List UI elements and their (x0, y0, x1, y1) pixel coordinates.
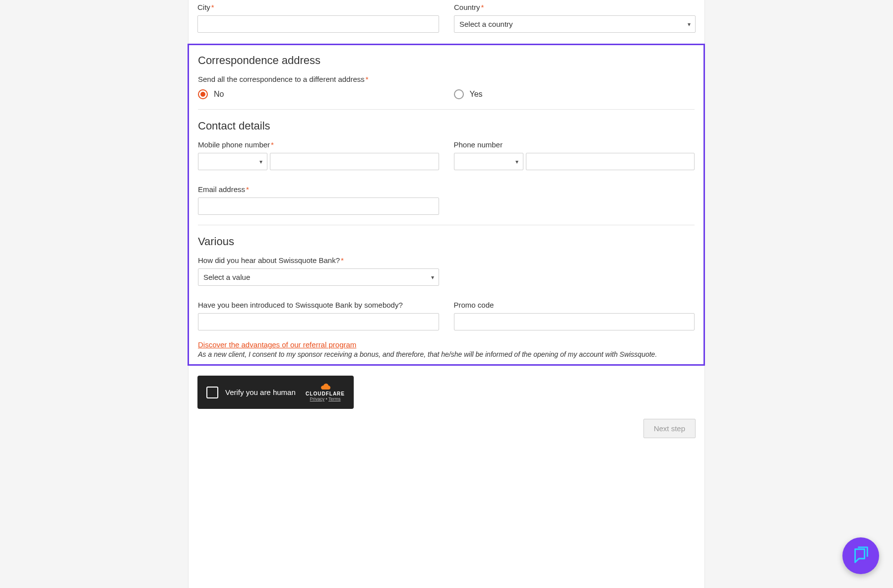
city-input[interactable] (197, 15, 439, 33)
help-fab[interactable] (842, 537, 879, 574)
cloudflare-cloud-icon (319, 383, 331, 390)
form-container: City Country Select a country Correspond… (188, 0, 705, 588)
introduced-input[interactable] (198, 313, 439, 330)
captcha-privacy-link[interactable]: Privacy (310, 396, 325, 401)
hear-about-field: How did you hear about Swissquote Bank? … (198, 256, 439, 286)
city-field: City (197, 3, 439, 33)
phone-row: Mobile phone number Phone number (198, 140, 695, 170)
footer-row: Next step (197, 419, 696, 438)
hear-about-row: How did you hear about Swissquote Bank? … (198, 256, 695, 286)
hear-about-spacer (454, 256, 695, 286)
email-spacer (454, 185, 695, 215)
captcha-brand-block: CLOUDFLARE Privacy • Terms (306, 383, 345, 401)
referral-link[interactable]: Discover the advantages of our referral … (198, 340, 356, 349)
hear-about-select[interactable]: Select a value (198, 268, 439, 286)
consent-text: As a new client, I consent to my sponsor… (198, 350, 695, 358)
correspondence-title: Correspondence address (198, 54, 695, 67)
phone-label: Phone number (454, 140, 695, 149)
phone-field: Phone number (454, 140, 695, 170)
email-input[interactable] (198, 197, 439, 215)
correspondence-radio-group: No Yes (198, 89, 695, 99)
radio-no-label: No (214, 90, 224, 99)
email-label: Email address (198, 185, 439, 194)
mobile-field: Mobile phone number (198, 140, 439, 170)
phone-prefix-select[interactable] (454, 153, 523, 170)
city-country-row: City Country Select a country (197, 0, 696, 33)
highlighted-form-sections: Correspondence address Send all the corr… (188, 44, 705, 366)
promo-label: Promo code (454, 301, 695, 309)
contact-title: Contact details (198, 120, 695, 132)
introduced-promo-row: Have you been introduced to Swissquote B… (198, 301, 695, 330)
country-field: Country Select a country (454, 3, 696, 33)
introduced-field: Have you been introduced to Swissquote B… (198, 301, 439, 330)
divider (198, 225, 695, 225)
radio-no-icon (198, 89, 208, 99)
help-chat-icon (851, 546, 870, 565)
hear-about-label: How did you hear about Swissquote Bank? (198, 256, 439, 264)
cloudflare-brand-text: CLOUDFLARE (306, 391, 345, 396)
phone-number-input[interactable] (526, 153, 695, 170)
email-row: Email address (198, 185, 695, 215)
radio-yes-icon (454, 89, 464, 99)
mobile-label: Mobile phone number (198, 140, 439, 149)
city-label: City (197, 3, 439, 11)
captcha-text: Verify you are human (225, 388, 296, 396)
radio-option-yes[interactable]: Yes (454, 89, 695, 99)
captcha-terms-link[interactable]: Terms (328, 396, 341, 401)
mobile-number-input[interactable] (270, 153, 439, 170)
radio-option-no[interactable]: No (198, 89, 439, 99)
mobile-prefix-select[interactable] (198, 153, 267, 170)
country-label: Country (454, 3, 696, 11)
introduced-label: Have you been introduced to Swissquote B… (198, 301, 439, 309)
email-field: Email address (198, 185, 439, 215)
various-title: Various (198, 235, 695, 248)
correspondence-question: Send all the correspondence to a differe… (198, 75, 695, 83)
divider (198, 109, 695, 110)
promo-input[interactable] (454, 313, 695, 330)
radio-yes-label: Yes (470, 90, 483, 99)
country-select[interactable]: Select a country (454, 15, 696, 33)
next-step-button[interactable]: Next step (643, 419, 696, 438)
promo-field: Promo code (454, 301, 695, 330)
cloudflare-captcha: Verify you are human CLOUDFLARE Privacy … (197, 376, 354, 409)
captcha-checkbox[interactable] (206, 387, 218, 398)
